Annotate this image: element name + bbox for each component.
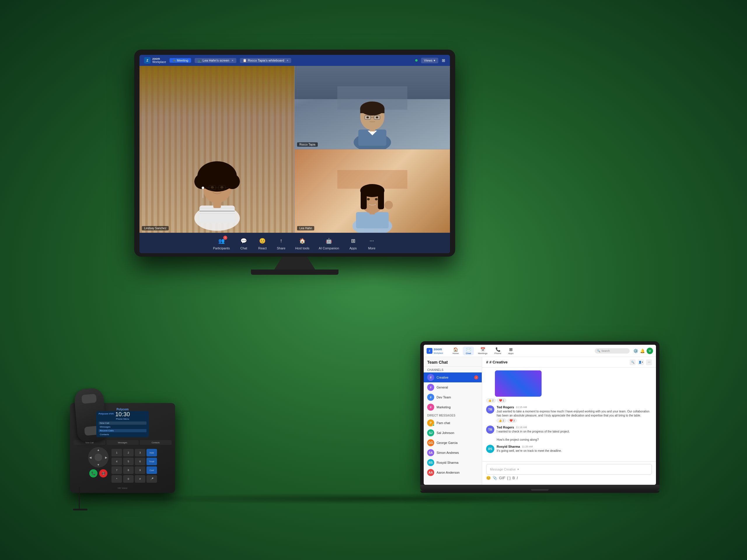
chat-icon: 💬 (239, 236, 248, 246)
key-4[interactable]: 4 (111, 458, 122, 465)
nav-phone[interactable]: 📞 Phone (492, 347, 504, 355)
toolbar-more[interactable]: ··· More (367, 236, 377, 250)
more-options-button[interactable]: ⋯ (646, 359, 652, 365)
key-conf[interactable]: Conf (147, 466, 157, 474)
participants-label: Participants (213, 246, 230, 250)
key-hash[interactable]: # (135, 475, 145, 483)
msg3-time: 11:20 AM (522, 445, 533, 448)
key-3[interactable]: 3 (135, 449, 145, 456)
heart-reaction[interactable]: ❤️ 1 (497, 398, 507, 402)
phone-body: Polycom Polycom VVX 10:30 Phone Menu New… (70, 403, 175, 493)
key-trans[interactable]: Trnsfr (147, 458, 157, 465)
views-label: Views (424, 59, 433, 62)
key-2[interactable]: 2 (123, 449, 134, 456)
add-member-button[interactable]: 👤+ (638, 359, 644, 365)
contact-aaron[interactable]: AA Aaron Anderson (424, 468, 482, 477)
nav-home[interactable]: 🏠 Home (450, 347, 462, 355)
contact-marketing[interactable]: # Marketing (424, 402, 482, 412)
contact-creative[interactable]: # Creative 2 (424, 372, 482, 382)
svg-point-18 (220, 186, 223, 189)
key-hold[interactable]: Hold (147, 449, 157, 456)
toolbar-ai-companion[interactable]: 🤖 AI Companion (319, 236, 339, 250)
meeting-badge[interactable]: Meeting (170, 58, 191, 63)
chat-channel-header: # # Creative 🔍 👤+ ⋯ (482, 357, 656, 368)
message-2: TR Ted Rogers 11:18 AM I wanted to check… (486, 426, 652, 442)
views-button[interactable]: Views ▾ (421, 58, 438, 63)
nav-meetings[interactable]: 📅 Meetings (475, 347, 490, 355)
nav-chat[interactable]: ✉️ Chat (463, 347, 474, 355)
contact-general[interactable]: # General (424, 382, 482, 392)
svg-point-19 (202, 187, 204, 189)
svg-point-46 (375, 198, 378, 201)
toolbar-apps[interactable]: ⊞ Apps (349, 236, 358, 250)
toolbar-share[interactable]: ↑ Share (276, 236, 286, 250)
contact-pam[interactable]: P Pam chat (424, 418, 482, 428)
key-6[interactable]: 6 (135, 458, 145, 465)
key-5[interactable]: 5 (123, 458, 134, 465)
toolbar-participants[interactable]: 👥 3 Participants (213, 236, 230, 250)
more-icon: ··· (367, 236, 377, 246)
msg2-text: I wanted to check in on the progress of … (497, 430, 652, 442)
reaction-thumbs[interactable]: 👍 2 (497, 419, 506, 423)
close-whiteboard-tab-icon[interactable]: × (287, 59, 288, 62)
contact-devteam[interactable]: # Dev Team (424, 392, 482, 402)
thumbs-up-reaction[interactable]: 👍 2 (486, 398, 496, 402)
bold-icon[interactable]: B (512, 476, 515, 480)
key-7[interactable]: 7 (111, 466, 122, 474)
search-channel-button[interactable]: 🔍 (630, 359, 636, 365)
call-buttons: 📞 📵 (89, 469, 107, 477)
settings-icon[interactable]: ⚙️ (633, 349, 638, 353)
italic-icon[interactable]: I (517, 476, 518, 480)
contact-rosyid[interactable]: RS Rosyid Sharma (424, 458, 482, 468)
toolbar-react[interactable]: 😊 React (258, 236, 267, 250)
attach-icon[interactable]: 📎 (493, 476, 497, 480)
toolbar-host-tools[interactable]: 🏠 Host tools (295, 236, 309, 250)
key-8[interactable]: 8 (123, 466, 134, 474)
phone-menu-item-3: Recent Calls (99, 429, 147, 432)
gif-icon[interactable]: GIF (499, 476, 506, 480)
name-tag-lindsay: Lindsay Sanchez (142, 226, 169, 231)
host-tools-icon: 🏠 (298, 236, 307, 246)
nav-down: ▼ (97, 463, 100, 466)
answer-button[interactable]: 📞 (89, 469, 98, 477)
toolbar-chat[interactable]: 💬 Chat (239, 236, 248, 250)
reaction-heart[interactable]: ❤️ 3 (508, 419, 517, 423)
screen-share-tab[interactable]: 📺 Lea Hahn's screen × (195, 58, 236, 63)
key-9[interactable]: 9 (135, 466, 145, 474)
msg3-sender: Rosyid Sharma 11:20 AM (497, 445, 652, 448)
nav-center-select[interactable] (95, 454, 102, 461)
key-1[interactable]: 1 (111, 449, 122, 456)
laptop: Z zoomWorkplace 🏠 Home ✉️ Chat (420, 341, 660, 493)
apps-icon: ⊞ (349, 236, 358, 246)
msg3-sender-name: Rosyid Sharma (497, 445, 520, 448)
softkey-3[interactable]: Contacts (140, 440, 172, 445)
image-reactions: 👍 2 ❤️ 1 (486, 398, 652, 402)
phone-keypad: 1 2 3 Hold 4 5 6 Trnsfr 7 8 9 Conf * 0 #… (111, 449, 157, 483)
code-icon[interactable]: { } (507, 476, 511, 480)
message-input[interactable]: Message Creative ✦ (486, 464, 652, 475)
softkey-2[interactable]: Messages (106, 440, 138, 445)
floor-shadow (111, 493, 636, 505)
key-star[interactable]: * (111, 475, 122, 483)
end-call-button[interactable]: 📵 (99, 469, 107, 477)
emoji-icon[interactable]: 😊 (486, 476, 491, 480)
key-0[interactable]: 0 (123, 475, 134, 483)
grid-icon[interactable]: ⊞ (442, 58, 445, 63)
nav-pad[interactable]: ▲ ▼ ◀ ▶ (88, 447, 108, 468)
contact-simon[interactable]: SA Simon Andrews (424, 448, 482, 458)
nav-apps[interactable]: ⊞ Apps (506, 347, 516, 355)
monitor-neck (274, 257, 315, 269)
apps-nav-icon: ⊞ (509, 347, 513, 352)
whiteboard-tab[interactable]: 📋 Rocco Tapia's whiteboard × (240, 58, 291, 63)
user-avatar[interactable]: U (647, 348, 653, 354)
contact-george[interactable]: GG George Garcia (424, 438, 482, 448)
search-bar[interactable]: 🔍 Search (595, 348, 630, 353)
chat-top-nav: Z zoomWorkplace 🏠 Home ✉️ Chat (424, 345, 656, 357)
contact-sal[interactable]: SJ Sal Johnson (424, 428, 482, 438)
msg2-sender: Ted Rogers 11:18 AM (497, 426, 652, 429)
close-tab-icon[interactable]: × (232, 59, 233, 62)
nav-up: ▲ (97, 448, 100, 452)
key-mute[interactable]: 🎤 (147, 475, 157, 483)
hd-voice-label: HD Voice (74, 487, 172, 489)
bell-icon[interactable]: 🔔 (640, 349, 645, 353)
